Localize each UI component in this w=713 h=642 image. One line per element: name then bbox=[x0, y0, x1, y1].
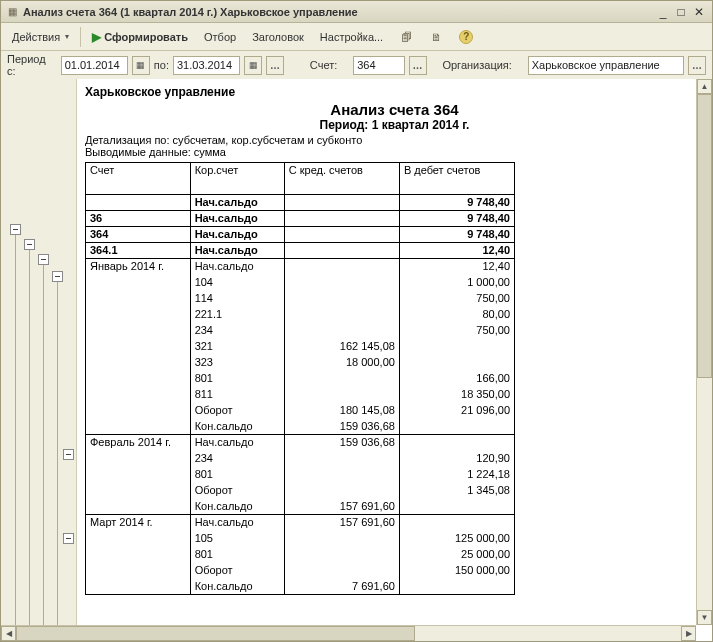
report-detail: Детализация по: субсчетам, кор.субсчетам… bbox=[85, 134, 704, 146]
cell-cor: 105 bbox=[190, 531, 284, 547]
scroll-thumb[interactable] bbox=[16, 626, 415, 641]
cell-credit bbox=[284, 467, 399, 483]
report-output: Выводимые данные: сумма bbox=[85, 146, 704, 158]
cell-account bbox=[86, 563, 191, 579]
table-row[interactable]: 105125 000,00 bbox=[86, 531, 515, 547]
tool-icon-2[interactable]: 🗎 bbox=[422, 27, 450, 47]
cell-debit: 18 350,00 bbox=[399, 387, 514, 403]
table-row[interactable]: Кон.сальдо159 036,68 bbox=[86, 419, 515, 435]
table-row[interactable]: Кон.сальдо7 691,60 bbox=[86, 579, 515, 595]
table-row[interactable]: 234120,90 bbox=[86, 451, 515, 467]
table-row[interactable]: 801166,00 bbox=[86, 371, 515, 387]
cell-credit: 157 691,60 bbox=[284, 515, 399, 531]
table-row[interactable]: Кон.сальдо157 691,60 bbox=[86, 499, 515, 515]
filter-button[interactable]: Отбор bbox=[197, 28, 243, 46]
cell-credit: 162 145,08 bbox=[284, 339, 399, 355]
table-row[interactable]: Февраль 2014 г.Нач.сальдо159 036,68 bbox=[86, 435, 515, 451]
table-row[interactable]: Оборот180 145,0821 096,00 bbox=[86, 403, 515, 419]
cell-debit: 9 748,40 bbox=[399, 227, 514, 243]
table-row[interactable]: 364Нач.сальдо9 748,40 bbox=[86, 227, 515, 243]
cell-account bbox=[86, 195, 191, 211]
cell-account bbox=[86, 579, 191, 595]
period-to-picker[interactable]: ▦ bbox=[244, 56, 262, 75]
cell-debit bbox=[399, 435, 514, 451]
cell-cor: 221.1 bbox=[190, 307, 284, 323]
period-to-input[interactable]: 31.03.2014 bbox=[173, 56, 240, 75]
period-from-picker[interactable]: ▦ bbox=[132, 56, 150, 75]
minimize-button[interactable]: _ bbox=[654, 4, 672, 20]
tree-node[interactable] bbox=[63, 533, 74, 544]
cell-credit bbox=[284, 227, 399, 243]
cell-cor: Нач.сальдо bbox=[190, 435, 284, 451]
table-row[interactable]: Оборот150 000,00 bbox=[86, 563, 515, 579]
table-row[interactable]: 221.180,00 bbox=[86, 307, 515, 323]
cell-account bbox=[86, 547, 191, 563]
cell-credit bbox=[284, 323, 399, 339]
maximize-button[interactable]: □ bbox=[672, 4, 690, 20]
cell-credit bbox=[284, 275, 399, 291]
cell-credit bbox=[284, 483, 399, 499]
tree-node[interactable] bbox=[10, 224, 21, 235]
cell-credit: 157 691,60 bbox=[284, 499, 399, 515]
table-row[interactable]: 8011 224,18 bbox=[86, 467, 515, 483]
cell-credit bbox=[284, 387, 399, 403]
cell-debit bbox=[399, 355, 514, 371]
header-button[interactable]: Заголовок bbox=[245, 28, 311, 46]
org-choose-button[interactable]: … bbox=[688, 56, 706, 75]
vertical-scrollbar[interactable]: ▲ ▼ bbox=[696, 79, 712, 625]
cell-cor: 323 bbox=[190, 355, 284, 371]
report-org: Харьковское управление bbox=[85, 85, 704, 99]
table-row[interactable]: 1041 000,00 bbox=[86, 275, 515, 291]
table-row[interactable]: Оборот1 345,08 bbox=[86, 483, 515, 499]
table-row[interactable]: 32318 000,00 bbox=[86, 355, 515, 371]
actions-menu[interactable]: Действия bbox=[5, 28, 76, 46]
scroll-down-icon[interactable]: ▼ bbox=[697, 610, 712, 625]
tree-node[interactable] bbox=[24, 239, 35, 250]
table-row[interactable]: Январь 2014 г.Нач.сальдо12,40 bbox=[86, 259, 515, 275]
cell-credit bbox=[284, 563, 399, 579]
cell-cor: 114 bbox=[190, 291, 284, 307]
tree-node[interactable] bbox=[38, 254, 49, 265]
table-row[interactable]: 321162 145,08 bbox=[86, 339, 515, 355]
period-from-input[interactable]: 01.01.2014 bbox=[61, 56, 128, 75]
cell-debit: 750,00 bbox=[399, 291, 514, 307]
tree-node[interactable] bbox=[63, 449, 74, 460]
tool-icon-1[interactable]: 🗐 bbox=[392, 27, 420, 47]
cell-credit: 7 691,60 bbox=[284, 579, 399, 595]
help-button[interactable]: ? bbox=[452, 27, 480, 47]
cell-cor: Нач.сальдо bbox=[190, 227, 284, 243]
tree-node[interactable] bbox=[52, 271, 63, 282]
table-row[interactable]: 81118 350,00 bbox=[86, 387, 515, 403]
cell-credit bbox=[284, 211, 399, 227]
cell-cor: Нач.сальдо bbox=[190, 243, 284, 259]
org-label: Организация: bbox=[442, 59, 511, 71]
cell-cor: Нач.сальдо bbox=[190, 515, 284, 531]
close-button[interactable]: ✕ bbox=[690, 4, 708, 20]
period-choose-button[interactable]: … bbox=[266, 56, 284, 75]
settings-button[interactable]: Настройка... bbox=[313, 28, 390, 46]
scroll-thumb[interactable] bbox=[697, 94, 712, 378]
scroll-left-icon[interactable]: ◀ bbox=[1, 626, 16, 641]
form-button[interactable]: ▶ Сформировать bbox=[85, 27, 195, 47]
cell-cor: 234 bbox=[190, 323, 284, 339]
cell-account bbox=[86, 371, 191, 387]
scroll-right-icon[interactable]: ▶ bbox=[681, 626, 696, 641]
filter-bar: Период с: 01.01.2014 ▦ по: 31.03.2014 ▦ … bbox=[1, 51, 712, 79]
account-choose-button[interactable]: … bbox=[409, 56, 427, 75]
tree-gutter bbox=[1, 79, 77, 641]
account-input[interactable]: 364 bbox=[353, 56, 405, 75]
horizontal-scrollbar[interactable]: ◀ ▶ bbox=[1, 625, 696, 641]
cell-debit bbox=[399, 499, 514, 515]
table-row[interactable]: 114750,00 bbox=[86, 291, 515, 307]
table-row[interactable]: 80125 000,00 bbox=[86, 547, 515, 563]
cell-cor: 801 bbox=[190, 371, 284, 387]
table-row[interactable]: Март 2014 г.Нач.сальдо157 691,60 bbox=[86, 515, 515, 531]
cell-credit: 159 036,68 bbox=[284, 435, 399, 451]
scroll-up-icon[interactable]: ▲ bbox=[697, 79, 712, 94]
table-row[interactable]: 36Нач.сальдо9 748,40 bbox=[86, 211, 515, 227]
org-input[interactable]: Харьковское управление bbox=[528, 56, 684, 75]
report-body[interactable]: Харьковское управление Анализ счета 364 … bbox=[77, 79, 712, 641]
table-row[interactable]: Нач.сальдо9 748,40 bbox=[86, 195, 515, 211]
table-row[interactable]: 234750,00 bbox=[86, 323, 515, 339]
table-row[interactable]: 364.1Нач.сальдо12,40 bbox=[86, 243, 515, 259]
